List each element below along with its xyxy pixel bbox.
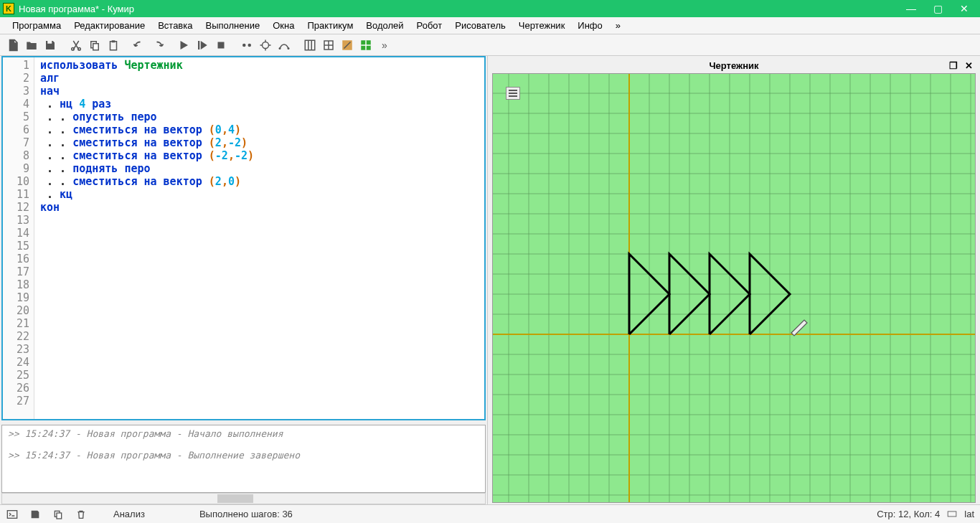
svg-rect-3: [93, 43, 99, 50]
toolbar-overflow[interactable]: »: [376, 37, 393, 54]
panel-2-icon[interactable]: [320, 37, 337, 54]
svg-point-1: [78, 47, 81, 50]
svg-rect-18: [325, 45, 329, 49]
svg-rect-4: [110, 41, 117, 50]
sb-trash-icon[interactable]: [75, 508, 88, 521]
svg-rect-17: [329, 41, 333, 44]
menu-Редактирование[interactable]: Редактирование: [67, 19, 151, 32]
svg-point-7: [242, 43, 246, 47]
window-title: Новая программа* - Кумир: [19, 4, 906, 14]
menu-Окна[interactable]: Окна: [266, 19, 301, 32]
actor-3-icon[interactable]: [275, 37, 293, 54]
svg-rect-16: [325, 41, 329, 44]
app-logo: K: [3, 3, 14, 14]
copy-icon[interactable]: [86, 37, 103, 54]
sb-cursor-pos: Стр: 12, Кол: 4: [877, 509, 940, 519]
panel-3-icon[interactable]: [339, 37, 356, 54]
close-button[interactable]: ✕: [960, 3, 969, 14]
statusbar: Анализ Выполнено шагов: 36 Стр: 12, Кол:…: [0, 504, 980, 523]
open-file-icon[interactable]: [23, 37, 40, 54]
code-area[interactable]: использовать Чертежникалгнач . нц 4 раз …: [34, 57, 484, 419]
canvas-menu-icon[interactable]: [506, 87, 520, 100]
svg-rect-6: [218, 42, 225, 48]
svg-rect-131: [948, 511, 956, 516]
menu-»[interactable]: »: [609, 19, 627, 32]
drawing-svg: [493, 74, 975, 502]
titlebar: K Новая программа* - Кумир — ▢ ✕: [0, 0, 980, 17]
actor-2-icon[interactable]: [257, 37, 274, 54]
stop-icon[interactable]: [212, 37, 230, 54]
menu-Вставка[interactable]: Вставка: [151, 19, 199, 32]
menubar: ПрограммаРедактированиеВставкаВыполнение…: [0, 17, 980, 34]
sb-steps-label: Выполнено шагов: 36: [199, 509, 293, 519]
sb-lang-label[interactable]: lat: [964, 509, 974, 519]
svg-point-10: [279, 47, 281, 50]
cut-icon[interactable]: [67, 37, 85, 54]
redo-icon[interactable]: [149, 37, 166, 54]
menu-Программа[interactable]: Программа: [6, 19, 67, 32]
save-file-icon[interactable]: [42, 37, 59, 54]
sb-analysis-label[interactable]: Анализ: [113, 509, 145, 519]
svg-rect-19: [329, 45, 333, 49]
menu-Выполнение[interactable]: Выполнение: [199, 19, 266, 32]
svg-rect-12: [305, 40, 315, 50]
sb-terminal-icon[interactable]: [6, 508, 19, 521]
maximize-button[interactable]: ▢: [933, 3, 943, 14]
code-editor[interactable]: 1234567891011121314151617181920212223242…: [1, 56, 486, 420]
sb-copy-icon[interactable]: [52, 508, 65, 521]
menu-Водолей[interactable]: Водолей: [359, 19, 410, 32]
drawing-canvas[interactable]: [492, 73, 976, 503]
panel-4-icon[interactable]: [357, 37, 374, 54]
line-gutter: 1234567891011121314151617181920212223242…: [3, 57, 34, 419]
menu-Чертежник[interactable]: Чертежник: [512, 19, 572, 32]
svg-rect-130: [57, 513, 62, 519]
toolbar: »: [0, 34, 980, 56]
editor-pane: 1234567891011121314151617181920212223242…: [0, 56, 488, 504]
svg-rect-128: [7, 510, 17, 518]
minimize-button[interactable]: —: [906, 3, 916, 14]
menu-Практикум[interactable]: Практикум: [301, 19, 359, 32]
run-icon[interactable]: [175, 37, 192, 54]
menu-Робот[interactable]: Робот: [410, 19, 449, 32]
paste-icon[interactable]: [105, 37, 122, 54]
step-icon[interactable]: [194, 37, 211, 54]
svg-rect-5: [112, 40, 116, 42]
menu-Рисователь[interactable]: Рисователь: [448, 19, 512, 32]
horizontal-scrollbar[interactable]: [1, 493, 486, 504]
svg-point-9: [263, 42, 269, 48]
svg-point-0: [72, 47, 75, 50]
svg-point-11: [288, 47, 290, 50]
actor-1-icon[interactable]: [238, 37, 255, 54]
menu-Инфо[interactable]: Инфо: [571, 19, 608, 32]
drawing-pane: Чертежник ❐ ✕: [488, 56, 980, 504]
output-console[interactable]: >> 15:24:37 - Новая программа - Начало в…: [1, 425, 486, 493]
sb-save-icon[interactable]: [29, 508, 42, 521]
panel-1-icon[interactable]: [301, 37, 319, 54]
sb-keyboard-icon[interactable]: [946, 508, 958, 521]
drawing-panel-title: Чертежник ❐ ✕: [492, 57, 976, 73]
svg-point-8: [248, 43, 252, 47]
restore-panel-icon[interactable]: ❐: [949, 60, 958, 71]
close-panel-icon[interactable]: ✕: [965, 60, 973, 71]
new-file-icon[interactable]: [4, 37, 22, 54]
undo-icon[interactable]: [131, 37, 148, 54]
